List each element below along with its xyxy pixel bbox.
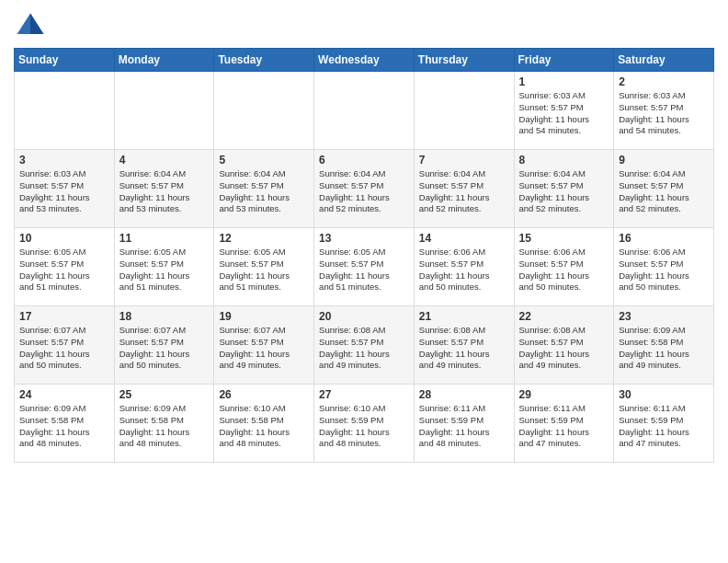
day-info: Sunrise: 6:04 AM Sunset: 5:57 PM Dayligh… [519, 168, 609, 215]
calendar-day-cell: 28Sunrise: 6:11 AM Sunset: 5:59 PM Dayli… [414, 385, 514, 463]
day-number: 5 [219, 154, 309, 167]
calendar-day-cell: 5Sunrise: 6:04 AM Sunset: 5:57 PM Daylig… [214, 150, 314, 228]
day-info: Sunrise: 6:08 AM Sunset: 5:57 PM Dayligh… [419, 325, 509, 372]
calendar-day-cell: 18Sunrise: 6:07 AM Sunset: 5:57 PM Dayli… [114, 306, 214, 385]
calendar-day-cell: 16Sunrise: 6:06 AM Sunset: 5:57 PM Dayli… [614, 228, 714, 306]
calendar-day-cell: 25Sunrise: 6:09 AM Sunset: 5:58 PM Dayli… [114, 385, 214, 463]
day-number: 18 [119, 310, 210, 323]
day-info: Sunrise: 6:04 AM Sunset: 5:57 PM Dayligh… [319, 168, 409, 215]
calendar-week-row: 3Sunrise: 6:03 AM Sunset: 5:57 PM Daylig… [15, 150, 714, 228]
calendar-day-cell: 1Sunrise: 6:03 AM Sunset: 5:57 PM Daylig… [514, 72, 614, 150]
weekday-header-thursday: Thursday [414, 49, 514, 72]
calendar-header: SundayMondayTuesdayWednesdayThursdayFrid… [15, 49, 714, 72]
day-info: Sunrise: 6:03 AM Sunset: 5:57 PM Dayligh… [519, 90, 609, 137]
day-number: 15 [519, 232, 609, 245]
day-number: 17 [19, 310, 109, 323]
calendar-day-cell: 6Sunrise: 6:04 AM Sunset: 5:57 PM Daylig… [314, 150, 415, 228]
day-info: Sunrise: 6:05 AM Sunset: 5:57 PM Dayligh… [119, 247, 210, 293]
page: SundayMondayTuesdayWednesdayThursdayFrid… [0, 0, 728, 477]
logo-icon [14, 9, 47, 42]
day-info: Sunrise: 6:05 AM Sunset: 5:57 PM Dayligh… [19, 247, 109, 293]
day-number: 22 [519, 310, 609, 323]
calendar-day-cell [414, 72, 514, 150]
day-number: 21 [419, 310, 509, 323]
day-number: 30 [619, 388, 709, 401]
day-number: 19 [219, 310, 309, 323]
calendar-day-cell: 19Sunrise: 6:07 AM Sunset: 5:57 PM Dayli… [214, 306, 314, 385]
day-info: Sunrise: 6:03 AM Sunset: 5:57 PM Dayligh… [619, 90, 709, 137]
calendar-day-cell: 2Sunrise: 6:03 AM Sunset: 5:57 PM Daylig… [614, 72, 714, 150]
calendar-day-cell: 11Sunrise: 6:05 AM Sunset: 5:57 PM Dayli… [114, 228, 214, 306]
calendar-week-row: 17Sunrise: 6:07 AM Sunset: 5:57 PM Dayli… [15, 306, 714, 385]
day-number: 28 [419, 388, 509, 401]
day-info: Sunrise: 6:10 AM Sunset: 5:58 PM Dayligh… [219, 403, 309, 450]
calendar-day-cell [314, 72, 415, 150]
day-info: Sunrise: 6:09 AM Sunset: 5:58 PM Dayligh… [119, 403, 210, 450]
calendar-day-cell: 9Sunrise: 6:04 AM Sunset: 5:57 PM Daylig… [614, 150, 714, 228]
day-number: 13 [319, 232, 409, 245]
calendar-day-cell: 30Sunrise: 6:11 AM Sunset: 5:59 PM Dayli… [614, 385, 714, 463]
calendar-day-cell: 26Sunrise: 6:10 AM Sunset: 5:58 PM Dayli… [214, 385, 314, 463]
day-info: Sunrise: 6:06 AM Sunset: 5:57 PM Dayligh… [619, 247, 709, 293]
day-number: 29 [519, 388, 609, 401]
calendar-day-cell [15, 72, 115, 150]
day-info: Sunrise: 6:10 AM Sunset: 5:59 PM Dayligh… [319, 403, 409, 450]
day-number: 23 [619, 310, 709, 323]
day-number: 27 [319, 388, 409, 401]
calendar-day-cell: 27Sunrise: 6:10 AM Sunset: 5:59 PM Dayli… [314, 385, 415, 463]
day-number: 3 [19, 154, 109, 167]
calendar-table: SundayMondayTuesdayWednesdayThursdayFrid… [14, 48, 714, 463]
weekday-header-tuesday: Tuesday [214, 49, 314, 72]
day-info: Sunrise: 6:09 AM Sunset: 5:58 PM Dayligh… [19, 403, 109, 450]
day-number: 24 [19, 388, 109, 401]
day-number: 8 [519, 154, 609, 167]
day-number: 14 [419, 232, 509, 245]
day-info: Sunrise: 6:04 AM Sunset: 5:57 PM Dayligh… [119, 168, 210, 215]
day-info: Sunrise: 6:05 AM Sunset: 5:57 PM Dayligh… [219, 247, 309, 293]
day-info: Sunrise: 6:07 AM Sunset: 5:57 PM Dayligh… [119, 325, 210, 372]
calendar-day-cell: 24Sunrise: 6:09 AM Sunset: 5:58 PM Dayli… [15, 385, 115, 463]
day-info: Sunrise: 6:04 AM Sunset: 5:57 PM Dayligh… [419, 168, 509, 215]
day-info: Sunrise: 6:04 AM Sunset: 5:57 PM Dayligh… [619, 168, 709, 215]
calendar-day-cell: 10Sunrise: 6:05 AM Sunset: 5:57 PM Dayli… [15, 228, 115, 306]
weekday-row: SundayMondayTuesdayWednesdayThursdayFrid… [15, 49, 714, 72]
weekday-header-friday: Friday [514, 49, 614, 72]
calendar-body: 1Sunrise: 6:03 AM Sunset: 5:57 PM Daylig… [15, 72, 714, 463]
day-number: 16 [619, 232, 709, 245]
calendar-day-cell: 15Sunrise: 6:06 AM Sunset: 5:57 PM Dayli… [514, 228, 614, 306]
calendar-day-cell: 17Sunrise: 6:07 AM Sunset: 5:57 PM Dayli… [15, 306, 115, 385]
calendar-day-cell: 20Sunrise: 6:08 AM Sunset: 5:57 PM Dayli… [314, 306, 415, 385]
day-info: Sunrise: 6:11 AM Sunset: 5:59 PM Dayligh… [619, 403, 709, 450]
day-number: 10 [19, 232, 109, 245]
day-info: Sunrise: 6:08 AM Sunset: 5:57 PM Dayligh… [319, 325, 409, 372]
day-number: 7 [419, 154, 509, 167]
weekday-header-monday: Monday [114, 49, 214, 72]
calendar-week-row: 24Sunrise: 6:09 AM Sunset: 5:58 PM Dayli… [15, 385, 714, 463]
day-info: Sunrise: 6:06 AM Sunset: 5:57 PM Dayligh… [519, 247, 609, 293]
calendar-day-cell: 8Sunrise: 6:04 AM Sunset: 5:57 PM Daylig… [514, 150, 614, 228]
calendar-day-cell: 12Sunrise: 6:05 AM Sunset: 5:57 PM Dayli… [214, 228, 314, 306]
logo [14, 9, 51, 42]
day-number: 1 [519, 75, 609, 88]
calendar-day-cell [114, 72, 214, 150]
day-info: Sunrise: 6:11 AM Sunset: 5:59 PM Dayligh… [419, 403, 509, 450]
weekday-header-saturday: Saturday [614, 49, 714, 72]
day-info: Sunrise: 6:05 AM Sunset: 5:57 PM Dayligh… [319, 247, 409, 293]
calendar-day-cell: 22Sunrise: 6:08 AM Sunset: 5:57 PM Dayli… [514, 306, 614, 385]
calendar-day-cell: 21Sunrise: 6:08 AM Sunset: 5:57 PM Dayli… [414, 306, 514, 385]
calendar-day-cell: 4Sunrise: 6:04 AM Sunset: 5:57 PM Daylig… [114, 150, 214, 228]
day-info: Sunrise: 6:04 AM Sunset: 5:57 PM Dayligh… [219, 168, 309, 215]
weekday-header-sunday: Sunday [15, 49, 115, 72]
day-info: Sunrise: 6:09 AM Sunset: 5:58 PM Dayligh… [619, 325, 709, 372]
svg-marker-1 [30, 14, 43, 35]
calendar-day-cell: 14Sunrise: 6:06 AM Sunset: 5:57 PM Dayli… [414, 228, 514, 306]
day-info: Sunrise: 6:03 AM Sunset: 5:57 PM Dayligh… [19, 168, 109, 215]
day-number: 12 [219, 232, 309, 245]
weekday-header-wednesday: Wednesday [314, 49, 415, 72]
calendar-day-cell: 29Sunrise: 6:11 AM Sunset: 5:59 PM Dayli… [514, 385, 614, 463]
calendar-day-cell: 23Sunrise: 6:09 AM Sunset: 5:58 PM Dayli… [614, 306, 714, 385]
day-info: Sunrise: 6:06 AM Sunset: 5:57 PM Dayligh… [419, 247, 509, 293]
day-number: 9 [619, 154, 709, 167]
calendar-day-cell: 7Sunrise: 6:04 AM Sunset: 5:57 PM Daylig… [414, 150, 514, 228]
calendar-day-cell [214, 72, 314, 150]
